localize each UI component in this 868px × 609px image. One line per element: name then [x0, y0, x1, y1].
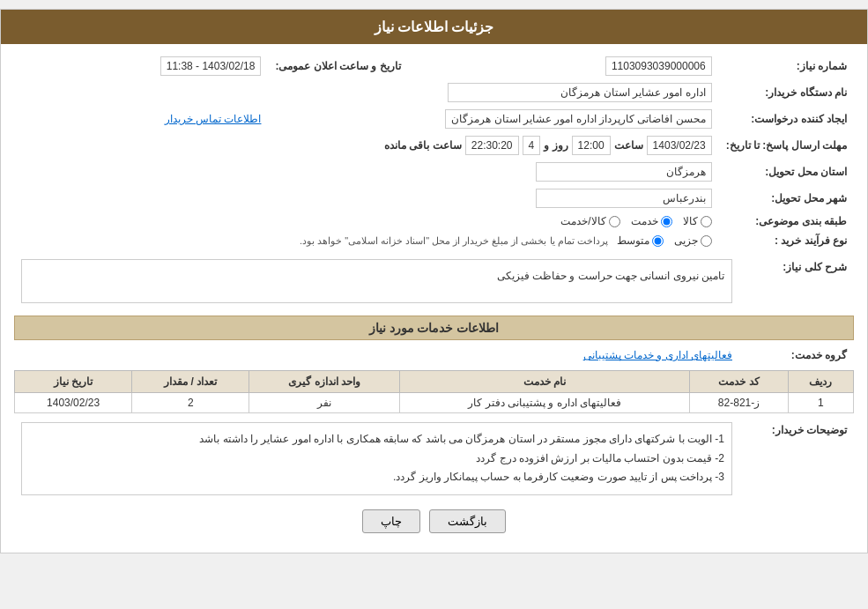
col-vahed: واحد اندازه گیری	[249, 371, 400, 393]
namDastgah-value: اداره امور عشایر استان هرمزگان	[448, 83, 712, 102]
cell-radif: 1	[788, 393, 853, 413]
tabghebandii-label: طبقه بندی موضوعی:	[719, 212, 854, 231]
cell-kodKhadamat: ز-821-82	[690, 393, 788, 413]
tarikhElan-label: تاریخ و ساعت اعلان عمومی:	[268, 53, 407, 79]
page-header: جزئیات اطلاعات نیاز	[1, 10, 867, 44]
gorohKhadamat-value[interactable]: فعالیتهای اداری و خدمات پشتیبانی	[583, 349, 732, 361]
cell-namKhadamat: فعالیتهای اداره و پشتیبانی دفتر کار	[399, 393, 690, 413]
col-tarikh: تاریخ نیاز	[15, 371, 132, 393]
col-namKhadamat: نام خدمت	[399, 371, 690, 393]
shahrTahvil-label: شهر محل تحویل:	[719, 185, 854, 212]
sharhKolli-label: شرح کلی نیاز:	[739, 256, 854, 307]
shahrTahvil-value: بندرعباس	[536, 189, 712, 208]
rooz-value: 4	[523, 136, 541, 155]
namDastgah-label: نام دستگاه خریدار:	[719, 79, 854, 106]
shomareNiaz-value: 1103093039000006	[605, 56, 712, 76]
table-row: 1ز-821-82فعالیتهای اداره و پشتیبانی دفتر…	[15, 393, 854, 413]
tarikh-value: 1403/02/23	[647, 136, 712, 155]
mohlatErsalPasokh-label: مهلت ارسال پاسخ: تا تاریخ:	[719, 132, 854, 159]
radio-kala[interactable]: کالا	[683, 215, 712, 227]
rooz-label: روز و	[544, 139, 568, 152]
noFarayand-note: پرداخت تمام یا بخشی از مبلغ خریدار از مح…	[300, 235, 608, 247]
chap-button[interactable]: چاپ	[362, 509, 420, 533]
ijadKonande-value: محسن افاضاتی کارپرداز اداره امور عشایر ا…	[445, 109, 711, 129]
ijadKonande-label: ایجاد کننده درخواست:	[719, 106, 854, 132]
saat-label: ساعت	[614, 139, 643, 152]
radio-mottavasset[interactable]: متوسط	[617, 234, 664, 247]
shomareNiaz-label: شماره نیاز:	[719, 53, 854, 79]
page-title: جزئیات اطلاعات نیاز	[375, 19, 494, 34]
col-radif: ردیف	[788, 371, 853, 393]
cell-vahed: نفر	[249, 393, 400, 413]
tvsiyat-line: 2- قیمت بدون احتساب مالیات بر ارزش افزود…	[29, 449, 724, 469]
khadamat-section-header: اطلاعات خدمات مورد نیاز	[14, 316, 854, 340]
radio-kala-khedmat[interactable]: کالا/خدمت	[560, 215, 619, 227]
tarikhElan-value: 1403/02/18 - 11:38	[160, 56, 262, 76]
col-tedad: تعداد / مقدار	[132, 371, 249, 393]
ettelaatTamas-link[interactable]: اطلاعات تماس خریدار	[165, 113, 262, 125]
services-table: ردیف کد خدمت نام خدمت واحد اندازه گیری ت…	[14, 370, 854, 413]
gorohKhadamat-label: گروه خدمت:	[739, 345, 854, 365]
cell-tedad: 2	[132, 393, 249, 413]
saatBaghimande-label: ساعت باقی مانده	[384, 139, 462, 152]
sharhKolli-value: تامین نیروی انسانی جهت حراست و حفاظت فیز…	[21, 259, 732, 303]
tvsiyat-line: 3- پرداخت پس از تایید صورت وضعیت کارفرما…	[29, 468, 724, 487]
ostanTahvil-label: استان محل تحویل:	[719, 159, 854, 185]
cell-tarikhNiaz: 1403/02/23	[15, 393, 132, 413]
noFarayand-label: نوع فرآیند خرید :	[719, 231, 854, 250]
saat-value: 12:00	[572, 136, 611, 155]
tvsiyat-line: 1- الویت با شرکتهای دارای مجوز مستقر در …	[29, 430, 724, 449]
radio-khedmat[interactable]: خدمت	[631, 215, 672, 227]
radio-jozii[interactable]: جزیی	[674, 234, 712, 247]
tvsiyat-value: 1- الویت با شرکتهای دارای مجوز مستقر در …	[21, 422, 732, 495]
bazgasht-button[interactable]: بازگشت	[429, 509, 506, 533]
col-kodKhadamat: کد خدمت	[690, 371, 788, 393]
saatBaghimande-value: 22:30:20	[465, 136, 519, 155]
tvsiyat-label: توضیحات خریدار:	[739, 419, 854, 499]
ostanTahvil-value: هرمزگان	[536, 162, 712, 182]
